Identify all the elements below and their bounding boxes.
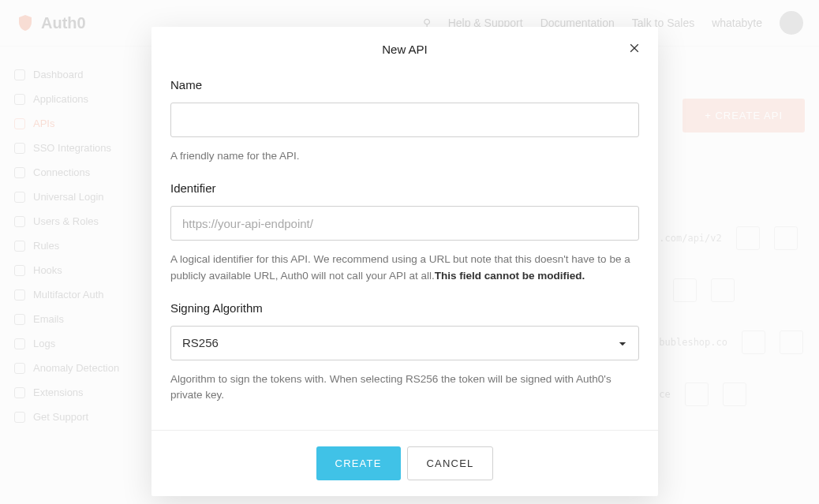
new-api-modal: New API Name A friendly name for the API… (151, 27, 658, 496)
identifier-input[interactable] (170, 206, 639, 241)
cancel-button[interactable]: CANCEL (407, 446, 494, 480)
modal-footer: CREATE CANCEL (151, 430, 658, 496)
modal-header: New API (151, 27, 658, 72)
close-icon (628, 42, 641, 54)
signing-label: Signing Algorithm (170, 301, 639, 315)
identifier-help: A logical identifier for this API. We re… (170, 252, 639, 284)
signing-algorithm-select[interactable]: RS256 (170, 326, 639, 360)
name-help: A friendly name for the API. (170, 148, 639, 164)
signing-help: Algorithm to sign the tokens with. When … (170, 371, 639, 404)
name-label: Name (170, 78, 639, 91)
name-input[interactable] (170, 103, 639, 137)
modal-body: Name A friendly name for the API. Identi… (151, 72, 658, 430)
identifier-group: Identifier A logical identifier for this… (170, 181, 639, 284)
close-button[interactable] (626, 41, 642, 57)
identifier-label: Identifier (170, 181, 639, 195)
signing-group: Signing Algorithm RS256 Algorithm to sig… (170, 301, 639, 404)
name-group: Name A friendly name for the API. (170, 78, 639, 164)
create-button[interactable]: CREATE (316, 446, 401, 480)
modal-title: New API (170, 43, 639, 56)
